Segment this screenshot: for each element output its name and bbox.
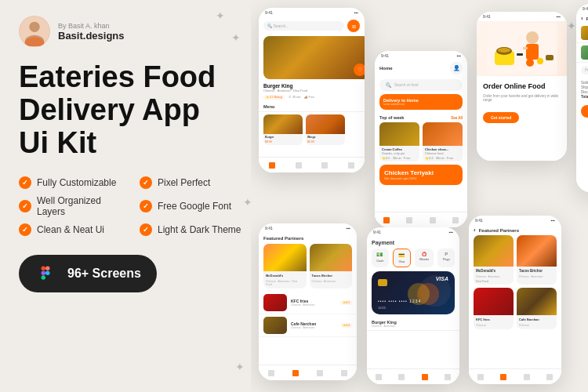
screens-count: 96+ Screens: [67, 267, 141, 281]
feature-item: Free Google Font: [140, 195, 248, 217]
svg-rect-5: [45, 267, 50, 271]
continue-pay-button[interactable]: Continue Pay: [581, 105, 588, 118]
credit-card: VISA •••• •••• •••• 1234 12/25: [372, 271, 455, 314]
brand-header: By Basit A. khan Basit.designs: [19, 16, 248, 47]
check-icon: [19, 223, 31, 236]
phone-cart: 9:41 ▪▪▪ ‹ Rice Foods Vegetari... Combo …: [576, 4, 588, 192]
svg-point-10: [526, 31, 539, 44]
feature-item: Fully Customizable: [19, 176, 127, 189]
phone-home: 9:41 ▪▪▪ Home 👤 🔍 Search on food Deliver…: [375, 51, 467, 227]
feature-item: Clean & Neat Ui: [19, 223, 127, 236]
promo-banner: Chicken Teriyaki Get discount upto 50%!: [379, 165, 463, 185]
svg-rect-4: [42, 267, 46, 271]
brand-name: Basit.designs: [58, 30, 125, 42]
screens-badge: 96+ Screens: [19, 255, 157, 292]
svg-rect-19: [546, 55, 554, 60]
svg-point-17: [526, 59, 534, 67]
feature-item: Light & Dark Theme: [140, 223, 248, 236]
promo-code-field[interactable]: Prom Code: [581, 66, 588, 74]
restaurant-name: Burger King: [263, 83, 360, 89]
phone-featured-partners-1: 9:41 ▪▪▪ Featured Partners McDonald's Ch…: [259, 223, 357, 380]
brand-text: By Basit A. khan Basit.designs: [58, 22, 125, 42]
check-icon: [140, 176, 152, 189]
feature-item: Well Organized Layers: [19, 195, 127, 217]
delivery-banner: Delivery to Home some subtitle text: [379, 94, 463, 110]
svg-point-18: [537, 58, 543, 64]
avatar: [19, 16, 50, 47]
phone-burger-king: 9:41 ▪▪▪ 🔍 Search... ⊞ ♡ Burger King Chi…: [259, 8, 365, 172]
left-panel: By Basit A. khan Basit.designs Eateries …: [0, 0, 267, 392]
brand-by-label: By Basit A. khan: [58, 22, 125, 30]
check-icon: [19, 176, 31, 189]
svg-rect-11: [526, 44, 539, 60]
svg-point-1: [29, 22, 39, 32]
check-icon: [140, 223, 152, 236]
check-icon: [140, 200, 152, 212]
get-started-button[interactable]: Get started: [483, 112, 519, 123]
svg-rect-6: [42, 271, 46, 276]
right-panel: 9:41 ▪▪▪ 🔍 Search... ⊞ ♡ Burger King Chi…: [251, 0, 588, 392]
check-icon: [19, 200, 31, 212]
phone-featured-partners-2: 9:41 ▪▪▪ ‹ Featured Partners McDonald's …: [469, 216, 561, 384]
svg-point-8: [45, 271, 50, 276]
hero-title: Eateries Food Delivery App Ui Kit: [19, 61, 248, 159]
restaurant-subtitle: Chinese · American · Desi Food: [263, 89, 360, 93]
figma-icon: [34, 263, 56, 285]
svg-rect-12: [523, 47, 528, 49]
features-grid: Fully Customizable Pixel Perfect Well Or…: [19, 176, 248, 236]
search-bar[interactable]: 🔍 Search on food: [379, 79, 463, 91]
svg-point-16: [498, 48, 510, 53]
svg-rect-7: [42, 276, 46, 281]
phone-order-online: 9:41 ▪▪▪: [477, 12, 567, 161]
svg-rect-13: [517, 53, 523, 56]
phone-payment: 9:41 ▪▪▪ Payment 💵 Cash 💳 Visa ⭕ Master: [367, 227, 459, 384]
feature-item: Pixel Perfect: [140, 176, 248, 189]
